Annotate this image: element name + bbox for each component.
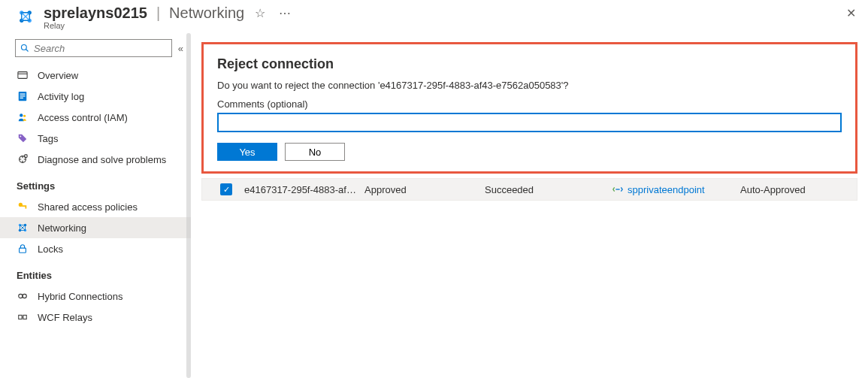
networking-icon	[17, 222, 29, 234]
svg-point-26	[23, 294, 26, 298]
sidebar-item-access-control[interactable]: Access control (IAM)	[0, 107, 191, 128]
svg-rect-28	[23, 315, 26, 319]
sidebar-item-shared-access-policies[interactable]: Shared access policies	[0, 196, 191, 217]
cell-provisioning-state: Succeeded	[485, 184, 612, 195]
svg-point-25	[19, 294, 23, 298]
sidebar-item-diagnose[interactable]: Diagnose and solve problems	[0, 149, 191, 170]
key-icon	[17, 201, 29, 213]
activity-log-icon	[17, 90, 29, 102]
svg-rect-18	[22, 205, 26, 207]
sidebar-item-label: Diagnose and solve problems	[38, 154, 166, 165]
resource-type: Relay	[44, 21, 294, 30]
favorite-button[interactable]: ☆	[252, 5, 268, 22]
close-button[interactable]: ✕	[846, 6, 856, 20]
wcf-icon	[17, 311, 29, 323]
search-input[interactable]	[34, 43, 167, 54]
more-button[interactable]: ⋯	[276, 5, 294, 22]
sidebar-item-wcf-relays[interactable]: WCF Relays	[0, 307, 191, 328]
star-icon: ☆	[255, 7, 265, 20]
private-endpoint-link: spprivateendpoint	[628, 184, 705, 195]
svg-rect-27	[19, 315, 22, 319]
title-divider: |	[156, 5, 160, 22]
sidebar-item-label: Networking	[38, 222, 86, 234]
svg-rect-6	[18, 72, 27, 79]
close-icon: ✕	[846, 7, 856, 20]
diagnose-icon	[17, 153, 29, 165]
sidebar: « Overview Activity log Access control (…	[0, 33, 191, 378]
sidebar-item-label: WCF Relays	[38, 312, 92, 323]
page-header: sprelayns0215 | Networking ☆ ⋯ Relay ✕	[0, 0, 868, 33]
sidebar-item-locks[interactable]: Locks	[0, 238, 191, 259]
lock-icon	[17, 243, 29, 255]
svg-point-12	[20, 113, 23, 116]
cell-connection-name: e4167317-295f-4883-af4…	[244, 184, 364, 195]
tags-icon	[17, 132, 29, 144]
svg-point-14	[20, 136, 22, 138]
sidebar-item-overview[interactable]: Overview	[0, 65, 191, 86]
sidebar-group-settings: Settings	[0, 170, 191, 196]
search-icon	[20, 44, 29, 53]
svg-rect-9	[20, 94, 26, 95]
sidebar-item-networking[interactable]: Networking	[0, 217, 191, 238]
svg-line-5	[26, 50, 29, 52]
header-title-block: sprelayns0215 | Networking ☆ ⋯ Relay	[44, 5, 294, 30]
sidebar-item-hybrid-connections[interactable]: Hybrid Connections	[0, 286, 191, 307]
search-box[interactable]	[15, 39, 172, 57]
comments-label: Comments (optional)	[217, 98, 842, 110]
row-checkbox[interactable]: ✓	[220, 183, 232, 195]
hybrid-icon	[17, 290, 29, 302]
sidebar-item-label: Tags	[38, 133, 58, 144]
sidebar-item-label: Access control (IAM)	[38, 112, 128, 123]
svg-point-4	[22, 45, 27, 50]
page-title: Networking	[169, 5, 244, 22]
sidebar-item-label: Shared access policies	[38, 201, 138, 213]
svg-rect-10	[20, 95, 26, 96]
resource-name: sprelayns0215	[44, 5, 147, 22]
sidebar-item-label: Hybrid Connections	[38, 291, 122, 302]
svg-rect-16	[25, 155, 28, 158]
svg-point-13	[23, 115, 26, 117]
sidebar-item-activity-log[interactable]: Activity log	[0, 86, 191, 107]
dialog-message: Do you want to reject the connection 'e4…	[217, 80, 842, 91]
dialog-title: Reject connection	[217, 56, 842, 72]
comments-input[interactable]	[217, 113, 842, 132]
cell-private-endpoint[interactable]: spprivateendpoint	[612, 184, 740, 195]
svg-rect-24	[20, 248, 26, 253]
sidebar-item-label: Locks	[38, 243, 63, 255]
sidebar-item-label: Activity log	[38, 91, 84, 102]
yes-button[interactable]: Yes	[217, 143, 277, 161]
access-control-icon	[17, 111, 29, 123]
sidebar-item-tags[interactable]: Tags	[0, 128, 191, 149]
cell-description: Auto-Approved	[740, 184, 851, 195]
sidebar-group-entities: Entities	[0, 259, 191, 286]
private-endpoint-icon	[612, 184, 623, 195]
cell-connection-state: Approved	[364, 184, 485, 195]
more-icon: ⋯	[279, 7, 291, 20]
table-row[interactable]: ✓ e4167317-295f-4883-af4… Approved Succe…	[201, 178, 857, 201]
overview-icon	[17, 69, 29, 81]
check-icon: ✓	[223, 185, 230, 195]
relay-resource-icon	[15, 6, 36, 27]
chevron-double-left-icon: «	[178, 43, 183, 54]
svg-rect-19	[26, 207, 27, 209]
main-content: Reject connection Do you want to reject …	[191, 33, 868, 378]
reject-connection-dialog: Reject connection Do you want to reject …	[201, 42, 857, 174]
no-button[interactable]: No	[285, 143, 345, 161]
svg-rect-11	[20, 98, 23, 98]
sidebar-item-label: Overview	[38, 70, 78, 81]
collapse-sidebar-button[interactable]: «	[178, 43, 183, 54]
